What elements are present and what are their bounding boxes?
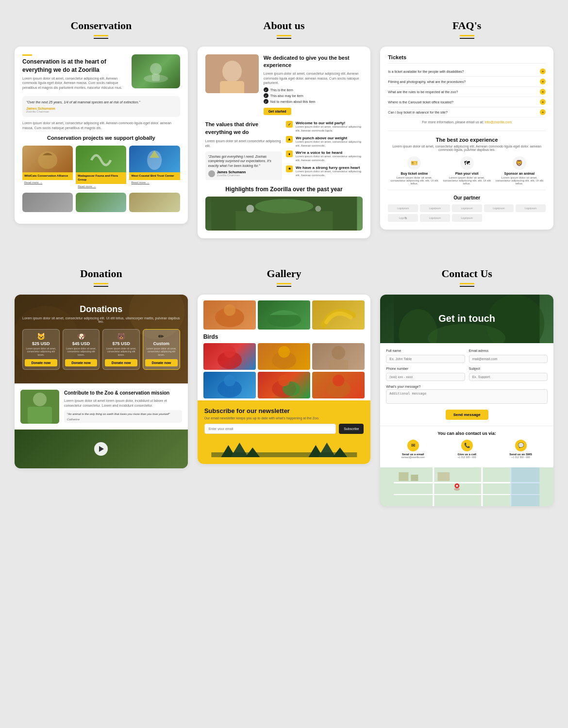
faq-section: Tickets Is a ticket available for the pe…	[388, 54, 546, 124]
value-item-2: ▲ We punch above our weight Lorem ipsum …	[286, 136, 363, 148]
conservation-text: Conservation is at the heart of everythi…	[22, 54, 127, 90]
project-label-2: Madagascar Fauna and Flora Group	[76, 172, 126, 184]
donation-desc-3: Lorem ipsum dolor sit amet, consectetur …	[105, 347, 137, 357]
project-link-1[interactable]: Read more →	[22, 180, 73, 185]
donate-btn-1[interactable]: Donate now	[25, 359, 57, 366]
svg-rect-53	[511, 467, 540, 506]
project-5	[76, 193, 126, 212]
sms-method-detail: +1 012 300 - 000	[494, 456, 548, 459]
project-label-3: West Coastal Bird Trust Center	[129, 172, 180, 180]
donate-btn-4[interactable]: Donate now	[145, 359, 178, 366]
faq-item-3[interactable]: What are the rules to be respected at th…	[388, 87, 546, 97]
donation-custom[interactable]: ✏ Custom Lorem ipsum dolor sit amet, con…	[143, 329, 180, 370]
partner-5: Logoipsum	[516, 204, 546, 212]
faq-text-1: Is a ticket available for the people wit…	[388, 70, 464, 73]
conservation-top: Conservation is at the heart of everythi…	[22, 54, 180, 90]
faq-toggle-5[interactable]: +	[540, 109, 546, 115]
gallery-divider2	[277, 286, 291, 287]
contact-card: Get in touch Full name Email adress Phon…	[380, 295, 553, 506]
faq-email[interactable]: info@zoorilla.com	[484, 120, 512, 124]
conservation-image-inner	[132, 54, 180, 88]
send-message-button[interactable]: Send message	[446, 410, 488, 420]
svg-point-12	[246, 205, 254, 213]
value-desc-1: Lorem ipsum dolor sit amet, consectetur …	[296, 125, 363, 133]
email-icon: ✉	[407, 440, 419, 451]
partner-2: Logoipsum	[420, 204, 450, 212]
parrot-orange	[258, 343, 310, 370]
partner-8: Logoipsum	[452, 214, 482, 222]
contact-divider	[460, 283, 474, 284]
value-desc-4: Lorem ipsum dolor sit amet, consectetur …	[296, 170, 363, 178]
contact-methods: ✉ Send us a email contact@zoorilla.com 📞…	[386, 440, 548, 459]
values-author-name: James Schumann	[217, 170, 246, 174]
faq-toggle-3[interactable]: +	[540, 89, 546, 95]
bird-img-4	[203, 372, 256, 398]
exp-item-2: 🗺 Plan your visit Lorem ipsum dolor sit …	[441, 156, 493, 185]
faq-item-1[interactable]: Is a ticket available for the people wit…	[388, 66, 546, 77]
check-text-3: Not to mention about this item	[270, 100, 316, 103]
svg-point-13	[315, 206, 321, 212]
donation-25[interactable]: 🐱 $25 USD Lorem ipsum dolor sit amet, co…	[22, 329, 60, 370]
mission-body: Lorem ipsum dolor sit amet lorem ipsum d…	[64, 398, 182, 408]
contact-column: Contact Us Get in touch Full name	[375, 263, 558, 511]
partners-grid: Logoipsum Logoipsum Logoipsum Logoipsum …	[388, 204, 546, 222]
newsletter-title: Subscribe for our newsletter	[204, 407, 364, 414]
values-body: Lorem ipsum dolor sit amet consectetur a…	[205, 139, 282, 149]
birds-label: Birds	[203, 333, 365, 340]
bird-img-2	[258, 343, 310, 370]
birds-grid-2	[203, 372, 365, 398]
ticket-icon: 🎫	[407, 156, 421, 170]
row2: Donation Donations Lorem ipsum dolor sit…	[0, 258, 568, 526]
subscribe-button[interactable]: Subscribe	[339, 424, 364, 434]
highlights-title: Highlights from Zoorilla over the past y…	[205, 186, 363, 193]
project-3: West Coastal Bird Trust Center Read more…	[129, 146, 180, 189]
donation-45[interactable]: 🐶 $45 USD Lorem ipsum dolor sit amet, co…	[63, 329, 100, 370]
partners-section: Our partner Logoipsum Logoipsum Logoipsu…	[388, 190, 546, 222]
projects-title: Conservation projects we support globall…	[22, 135, 180, 141]
values-author-role: Zoorilla Chairman	[217, 174, 246, 177]
bird-img-1	[203, 343, 256, 370]
faq-toggle-2[interactable]: +	[540, 79, 546, 84]
email-method-detail: contact@zoorilla.com	[386, 456, 440, 459]
value-title-4: We have a strong furry green heart	[296, 165, 363, 170]
project-img-1	[22, 146, 73, 172]
faq-item-2[interactable]: Filming and photography, what are the pr…	[388, 77, 546, 87]
gallery-img-2	[258, 300, 310, 330]
gallery-top: Birds	[198, 295, 371, 398]
project-6	[129, 193, 180, 212]
svg-point-17	[33, 393, 47, 406]
donation-75[interactable]: 🐻 $75 USD Lorem ipsum dolor sit amet, co…	[102, 329, 140, 370]
faq-item-5[interactable]: Can I buy ticket in advance for the site…	[388, 107, 546, 117]
project-link-2[interactable]: Read more →	[76, 184, 126, 189]
faq-text-4: Where is the Carousel ticket office loca…	[388, 100, 453, 104]
gallery-banana	[312, 300, 365, 330]
donate-btn-2[interactable]: Donate now	[65, 359, 98, 366]
donation-amount-3: $75 USD	[105, 341, 137, 346]
faq-note: For more information, please email us at…	[388, 120, 546, 124]
svg-point-7	[222, 61, 242, 82]
project-link-3[interactable]: Read more →	[129, 180, 180, 185]
project-img-5	[76, 193, 126, 212]
newsletter-input[interactable]	[204, 424, 336, 434]
donate-btn-3[interactable]: Donate now	[105, 359, 137, 366]
name-input[interactable]	[386, 355, 465, 363]
message-input[interactable]	[386, 389, 548, 404]
get-started-button[interactable]: Get started	[264, 108, 291, 115]
svg-point-1	[150, 63, 162, 75]
parrot-multicolor	[258, 372, 310, 398]
check-icon-3: ✓	[264, 99, 268, 104]
video-preview[interactable]	[15, 430, 188, 468]
check-icon-2: ✓	[264, 93, 268, 98]
subject-input[interactable]	[469, 373, 548, 381]
project-1: WildCats Conservation Alliance Read more…	[22, 146, 73, 189]
email-input[interactable]	[469, 355, 548, 363]
faq-item-4[interactable]: Where is the Carousel ticket office loca…	[388, 97, 546, 107]
mission-illustration	[20, 390, 59, 424]
about-body: Lorem ipsum dolor sit amet, consectetur …	[264, 71, 363, 85]
faq-toggle-4[interactable]: +	[540, 99, 546, 105]
svg-point-59	[456, 485, 458, 487]
faq-toggle-1[interactable]: +	[540, 68, 546, 74]
phone-input[interactable]	[386, 373, 465, 381]
contact-form-section: Full name Email adress Phone number Subj…	[380, 343, 553, 426]
conservation-illustration	[141, 59, 170, 83]
